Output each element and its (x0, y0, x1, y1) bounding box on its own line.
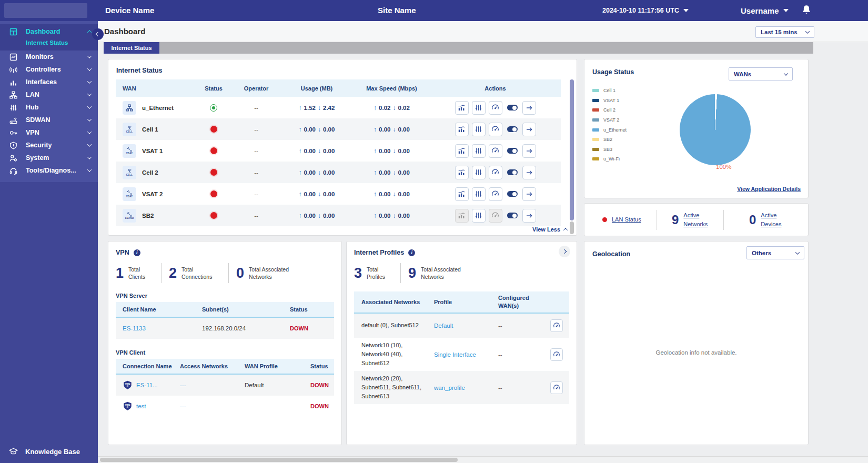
vpn-shield-icon: VPN (123, 380, 133, 390)
view-less-link[interactable]: View Less (532, 226, 567, 233)
speed-test-button[interactable] (489, 123, 502, 136)
chevron-down-icon (87, 54, 92, 58)
vertical-scrollbar-thumb-end[interactable] (570, 222, 574, 234)
chevron-right-icon (562, 249, 567, 254)
profile-link[interactable]: wan_profile (434, 385, 465, 391)
vpn-client-title: VPN Client (116, 349, 334, 356)
details-arrow-button[interactable] (522, 101, 536, 115)
info-icon[interactable]: i (408, 249, 415, 256)
wan-name: VSAT 2 (142, 191, 163, 197)
sidebar-item-tools-diagnostics[interactable]: Tools/Diagnos... (0, 164, 98, 177)
view-application-details-link[interactable]: View Application Details (737, 186, 801, 192)
vpn-connection-link[interactable]: test (136, 403, 146, 409)
internet-status-table: WAN Status Operator Usage (MB) Max Speed… (116, 79, 561, 226)
time-range-value: Last 15 mins (761, 29, 798, 35)
lan-status-link[interactable]: LAN Status (612, 215, 644, 224)
timestamp-dropdown[interactable]: 2024-10-10 11:17:56 UTC (602, 0, 689, 21)
configure-button[interactable] (472, 187, 486, 201)
sidebar-item-controllers[interactable]: Controllers (0, 63, 98, 76)
speed-test-button[interactable] (489, 166, 502, 179)
speed-test-button[interactable] (489, 187, 502, 201)
sidebar-collapse-button[interactable] (92, 28, 104, 40)
wan-table-row: CELLCell 2--↑ 0.00 ↓ 0.00↑ 0.00 ↓ 0.00 (116, 162, 561, 183)
operator-value: -- (233, 148, 280, 154)
usage-values: ↑ 0.00 ↓ 0.00 (299, 212, 335, 219)
usage-chart-button[interactable] (455, 144, 469, 158)
profile-link[interactable]: Single Interface (434, 351, 476, 358)
speed-test-button[interactable] (550, 348, 563, 361)
sidebar-item-internet-status[interactable]: Internet Status (0, 38, 98, 48)
speed-test-button[interactable] (550, 319, 563, 332)
configure-button[interactable] (472, 144, 486, 158)
table-row: default (0), Subnet512 Default -- (354, 314, 569, 338)
details-arrow-button[interactable] (522, 144, 536, 158)
horizontal-scrollbar[interactable] (98, 456, 868, 463)
knowledge-base-link[interactable]: Knowledge Base (9, 448, 80, 456)
enable-toggle[interactable] (506, 144, 519, 158)
tab-strip: Internet Status (104, 42, 813, 54)
usage-filter-select[interactable]: WANs (729, 67, 793, 80)
speed-test-button[interactable] (489, 209, 502, 223)
time-range-select[interactable]: Last 15 mins (755, 26, 814, 38)
enable-toggle[interactable] (506, 166, 519, 179)
vpn-client-link[interactable]: ES-1133 (123, 325, 146, 331)
speed-test-button[interactable] (489, 101, 502, 115)
col-max-speed: Max Speed (Mbps) (354, 85, 430, 92)
gauge-icon (553, 351, 560, 358)
sidebar-item-hub[interactable]: Hub (0, 101, 98, 114)
lan-icon (9, 90, 17, 99)
sidebar-item-vpn[interactable]: VPN (0, 126, 98, 139)
profile-link[interactable]: Default (434, 323, 453, 329)
enable-toggle[interactable] (506, 209, 519, 223)
details-arrow-button[interactable] (522, 166, 536, 179)
enable-toggle[interactable] (506, 101, 519, 115)
wan-table-row: LBANDSB2--↑ 0.00 ↓ 0.00↑ 0.00 ↓ 0.00 (116, 205, 561, 226)
info-icon[interactable]: i (134, 249, 140, 256)
geolocation-filter-select[interactable]: Others (746, 246, 804, 259)
usage-status-card: Usage Status WANs Cell 1 VSAT 1 Cell 2 V… (584, 59, 809, 198)
usage-chart-button[interactable] (455, 209, 469, 223)
operator-value: -- (233, 126, 280, 133)
vertical-scrollbar-thumb[interactable] (570, 79, 574, 220)
legend-item: SB2 (592, 135, 627, 145)
usage-chart-button[interactable] (455, 166, 469, 179)
active-devices-link[interactable]: Active Devices (761, 211, 793, 228)
enable-toggle[interactable] (506, 187, 519, 201)
usage-chart-button[interactable] (455, 187, 469, 201)
notifications-bell-icon[interactable] (802, 5, 811, 17)
chevron-down-icon (87, 167, 92, 172)
details-arrow-button[interactable] (522, 123, 536, 136)
sidebar-item-interfaces[interactable]: Interfaces (0, 76, 98, 88)
configure-button[interactable] (472, 166, 486, 179)
profiles-next-button[interactable] (559, 246, 570, 257)
sidebar-item-sdwan[interactable]: SDWAN (0, 114, 98, 126)
status-dot-down (210, 169, 217, 176)
sidebar-item-system[interactable]: System (0, 152, 98, 164)
horizontal-scrollbar-thumb[interactable] (100, 458, 458, 462)
sidebar-item-lan[interactable]: LAN (0, 88, 98, 101)
details-arrow-button[interactable] (522, 187, 536, 201)
legend-swatch (592, 118, 599, 122)
usage-chart-button[interactable] (455, 101, 469, 115)
enable-toggle[interactable] (506, 123, 519, 136)
wan-table-row: VSATVSAT 2--↑ 0.00 ↓ 0.00↑ 0.00 ↓ 0.00 (116, 183, 561, 205)
sidebar-item-security[interactable]: Security (0, 139, 98, 152)
monitors-icon (9, 53, 17, 61)
tab-internet-status[interactable]: Internet Status (104, 42, 159, 54)
svg-text:VPN: VPN (125, 383, 130, 386)
configure-button[interactable] (472, 123, 486, 136)
configure-button[interactable] (472, 209, 486, 223)
active-networks-link[interactable]: Active Networks (683, 211, 716, 228)
sidebar-item-monitors[interactable]: Monitors (0, 51, 98, 63)
speed-test-button[interactable] (489, 144, 502, 158)
sidebar-item-dashboard[interactable]: Dashboard (0, 25, 98, 38)
user-menu[interactable]: Username (741, 0, 789, 21)
vpn-connection-link[interactable]: ES-11... (136, 382, 158, 388)
speed-values: ↑ 0.00 ↓ 0.00 (374, 190, 410, 198)
col-actions: Actions (430, 85, 561, 92)
speed-test-button[interactable] (550, 381, 563, 394)
details-arrow-button[interactable] (522, 209, 536, 223)
speed-values: ↑ 0.00 ↓ 0.00 (374, 147, 410, 155)
configure-button[interactable] (472, 101, 486, 115)
usage-chart-button[interactable] (455, 123, 469, 136)
